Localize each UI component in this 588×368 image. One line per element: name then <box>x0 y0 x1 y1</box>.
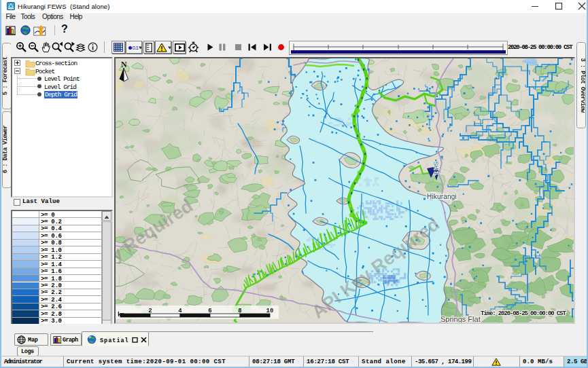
svg-text:3 : Plot Overview: 3 : Plot Overview <box>579 58 586 113</box>
svg-text:6 : Data Viewer: 6 : Data Viewer <box>2 125 9 173</box>
svg-text:8: 8 <box>238 308 241 314</box>
svg-text:Hikurangi: Hikurangi <box>427 193 457 200</box>
svg-text:Time: 2020-08-25 00:00:00 CST: Time: 2020-08-25 00:00:00 CST <box>481 310 566 317</box>
svg-text:5 : Forecast: 5 : Forecast <box>2 57 9 96</box>
svg-text:10: 10 <box>266 308 274 314</box>
svg-text:6: 6 <box>208 308 211 314</box>
svg-text:Springs Flat: Springs Flat <box>440 315 481 323</box>
svg-text:N: N <box>121 60 127 69</box>
svg-text:2: 2 <box>148 308 152 314</box>
svg-text:SH 1: SH 1 <box>432 161 440 175</box>
svg-text:4: 4 <box>178 308 182 314</box>
